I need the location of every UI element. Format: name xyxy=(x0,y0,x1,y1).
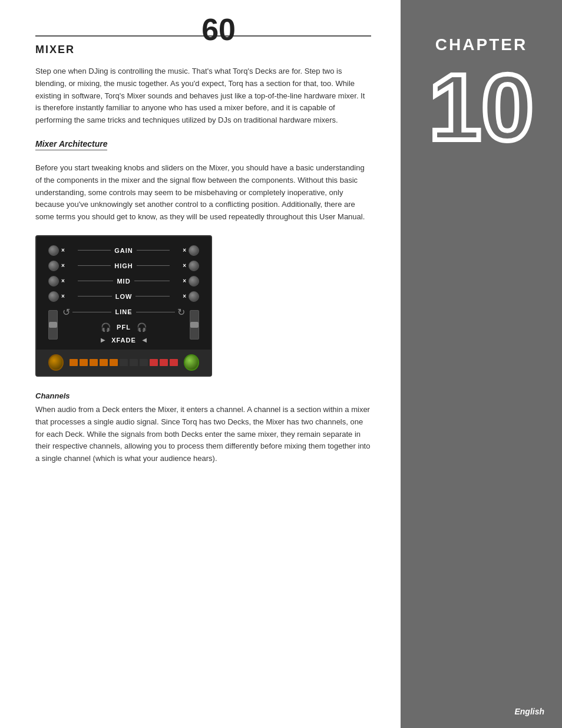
gain-label: GAIN xyxy=(111,247,137,254)
english-label: English xyxy=(514,707,544,716)
line-row: ↺ LINE ↻ xyxy=(62,307,185,318)
line-label: LINE xyxy=(111,308,135,315)
wbar-4 xyxy=(100,359,108,366)
low-right-controls: × xyxy=(170,291,199,302)
left-fader-handle xyxy=(49,322,57,328)
right-fader-handle xyxy=(190,322,199,328)
wbar-9 xyxy=(150,359,158,366)
crossfader-left-knob xyxy=(48,354,64,371)
high-knob-right xyxy=(189,261,199,271)
low-label: LOW xyxy=(112,293,136,300)
xfade-arrow-left: ▶ xyxy=(101,337,105,343)
mixer-diagram-inner: × GAIN × × HIGH xyxy=(37,236,211,350)
gain-knob-left xyxy=(48,245,59,256)
gain-label-line: GAIN xyxy=(78,247,170,254)
high-left-controls: × xyxy=(48,261,78,271)
xfade-label: XFADE xyxy=(108,337,140,344)
pfl-headphone-right: 🎧 xyxy=(137,322,147,332)
wbar-3 xyxy=(90,359,98,366)
mid-left-controls: × xyxy=(48,276,78,286)
line-horiz xyxy=(72,312,111,312)
mid-row: × MID × xyxy=(48,276,199,286)
wbar-10 xyxy=(160,359,168,366)
mid-label-line: MID xyxy=(78,278,170,285)
high-x-right: × xyxy=(183,262,186,269)
high-x-left: × xyxy=(61,262,65,269)
chapter-number: 10 xyxy=(429,60,534,154)
high-label-line: HIGH xyxy=(78,262,170,269)
high-right-controls: × xyxy=(170,261,199,271)
intro-paragraph: Step one when DJing is controlling the m… xyxy=(35,65,371,127)
high-knob-left xyxy=(48,261,59,271)
low-x-right: × xyxy=(183,293,186,299)
wbar-2 xyxy=(80,359,88,366)
line-arrow-left: ↺ xyxy=(62,307,70,318)
low-knob-right xyxy=(189,291,199,302)
page-number: 60 xyxy=(201,12,236,47)
low-knob-left xyxy=(48,291,59,302)
xfade-arrow-right: ▶ xyxy=(142,337,147,343)
waveform-display xyxy=(64,359,184,366)
mid-x-right: × xyxy=(183,278,186,284)
low-label-line: LOW xyxy=(78,293,170,300)
high-label: HIGH xyxy=(111,262,137,269)
wbar-7 xyxy=(130,359,138,366)
gain-row: × GAIN × xyxy=(48,245,199,256)
right-fader xyxy=(190,310,199,340)
gain-right-controls: × xyxy=(170,245,199,256)
pfl-row: 🎧 PFL 🎧 xyxy=(62,322,185,332)
line-arrow-right: ↻ xyxy=(177,307,185,318)
wbar-1 xyxy=(70,359,78,366)
right-sidebar: CHAPTER 10 English xyxy=(401,0,562,728)
channels-section: Channels When audio from a Deck enters t… xyxy=(35,391,371,465)
low-left-controls: × xyxy=(48,291,78,302)
mid-knob-right xyxy=(189,276,199,286)
chapter-label: CHAPTER xyxy=(435,35,527,54)
mid-x-left: × xyxy=(61,278,65,284)
xfade-row: ▶ XFADE ▶ xyxy=(62,337,185,344)
line-horiz2 xyxy=(136,312,175,312)
center-controls: ↺ LINE ↻ 🎧 PFL 🎧 ▶ X xyxy=(62,307,185,344)
mixer-architecture-body: Before you start tweaking knobs and slid… xyxy=(35,162,371,223)
channels-body: When audio from a Deck enters the Mixer,… xyxy=(35,404,371,465)
low-x-left: × xyxy=(61,293,65,299)
right-fader-group xyxy=(190,310,199,340)
pfl-label: PFL xyxy=(113,324,134,331)
wbar-8 xyxy=(140,359,148,366)
gain-knob-right xyxy=(189,245,199,256)
mid-knob-left xyxy=(48,276,59,286)
gain-x-right: × xyxy=(183,247,186,253)
crossfader-right-knob xyxy=(184,354,199,371)
mixer-bottom xyxy=(37,350,211,375)
mixer-architecture-heading: Mixer Architecture xyxy=(35,139,107,150)
wbar-6 xyxy=(120,359,128,366)
low-row: × LOW × xyxy=(48,291,199,302)
gain-left-controls: × xyxy=(48,245,78,256)
fader-section: ↺ LINE ↻ 🎧 PFL 🎧 ▶ X xyxy=(48,307,199,344)
mid-label: MID xyxy=(113,278,134,285)
left-fader-group xyxy=(48,310,58,340)
gain-x-left: × xyxy=(61,247,65,253)
pfl-headphone-left: 🎧 xyxy=(101,322,111,332)
channels-heading: Channels xyxy=(35,391,371,400)
left-fader xyxy=(48,310,58,340)
high-row: × HIGH × xyxy=(48,261,199,271)
main-content: 60 MIXER Step one when DJing is controll… xyxy=(0,0,401,728)
mixer-diagram: × GAIN × × HIGH xyxy=(35,235,212,377)
mid-right-controls: × xyxy=(170,276,199,286)
wbar-5 xyxy=(110,359,118,366)
wbar-11 xyxy=(170,359,178,366)
